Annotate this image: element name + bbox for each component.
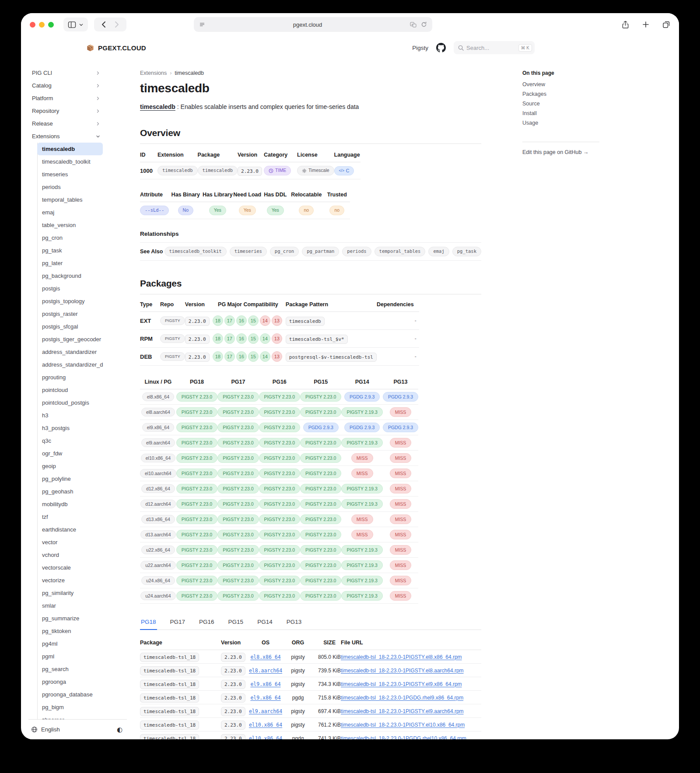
sidebar-item-vectorize[interactable]: vectorize xyxy=(38,574,103,587)
brand-logo-link[interactable]: PGEXT.CLOUD xyxy=(87,44,146,52)
license-badge[interactable]: Timescale xyxy=(297,166,334,175)
sidebar-item-h3-postgis[interactable]: h3_postgis xyxy=(38,422,103,434)
sidebar-item-pg-geohash[interactable]: pg_geohash xyxy=(38,485,103,498)
sidebar-item-pg4ml[interactable]: pg4ml xyxy=(38,637,103,650)
address-bar[interactable]: pgext.cloud A xyxy=(194,17,432,32)
sidebar-item-ogr-fdw[interactable]: ogr_fdw xyxy=(38,447,103,460)
reader-icon[interactable] xyxy=(199,21,205,28)
toc-item-source[interactable]: Source xyxy=(522,99,599,108)
sidebar-item-pg-bigm[interactable]: pg_bigm xyxy=(38,701,103,714)
breadcrumb-extensions[interactable]: Extensions xyxy=(140,70,167,76)
translate-icon[interactable]: A xyxy=(410,22,416,28)
see-also-tag-pg-cron[interactable]: pg_cron xyxy=(270,247,299,256)
file-url-link[interactable]: timescaledb-tsl_18-2.23.0-1PIGSTY.el8.aa… xyxy=(341,668,464,674)
toc-item-install[interactable]: Install xyxy=(522,108,599,118)
sidebar-item-pgml[interactable]: pgml xyxy=(38,650,103,663)
sidebar-item-postgis-sfcgal[interactable]: postgis_sfcgal xyxy=(38,320,103,333)
tab-pg18[interactable]: PG18 xyxy=(140,616,157,630)
tab-pg16[interactable]: PG16 xyxy=(198,616,215,630)
sidebar-item-vchord[interactable]: vchord xyxy=(38,549,103,561)
sidebar-item-geoip[interactable]: geoip xyxy=(38,460,103,472)
sidebar-item-timeseries[interactable]: timeseries xyxy=(38,168,103,181)
file-url-link[interactable]: timescaledb-tsl_18-2.23.0-1PIGSTY.el8.x8… xyxy=(341,654,462,660)
sidebar-item-pg-cron[interactable]: pg_cron xyxy=(38,231,103,244)
sidebar-group-repository[interactable]: Repository xyxy=(28,105,103,117)
sidebar-item-pgroonga[interactable]: pgroonga xyxy=(38,675,103,688)
sidebar-item-timescaledb[interactable]: timescaledb xyxy=(37,143,103,155)
sidebar-item-vectorscale[interactable]: vectorscale xyxy=(38,561,103,574)
sidebar-item-earthdistance[interactable]: earthdistance xyxy=(38,523,103,536)
tab-pg17[interactable]: PG17 xyxy=(169,616,186,630)
sidebar-item-pg-tiktoken[interactable]: pg_tiktoken xyxy=(38,625,103,637)
see-also-tag-pg-partman[interactable]: pg_partman xyxy=(302,247,339,256)
see-also-tag-timescaledb-toolkit[interactable]: timescaledb_toolkit xyxy=(164,247,227,256)
sidebar-item-pointcloud[interactable]: pointcloud xyxy=(38,384,103,396)
sidebar-item-postgis-topology[interactable]: postgis_topology xyxy=(38,295,103,308)
file-os-link[interactable]: el9.x86_64 xyxy=(250,695,280,701)
see-also-tag-temporal-tables[interactable]: temporal_tables xyxy=(374,247,426,256)
sidebar-group-extensions[interactable]: Extensions xyxy=(28,130,103,143)
sidebar-item-mobilitydb[interactable]: mobilitydb xyxy=(38,498,103,511)
see-also-tag-pg-task[interactable]: pg_task xyxy=(452,247,481,256)
new-tab-icon[interactable] xyxy=(642,21,649,28)
sidebar-item-vector[interactable]: vector xyxy=(38,536,103,549)
file-os-link[interactable]: el9.x86_64 xyxy=(250,681,280,687)
sidebar-item-pgrouting[interactable]: pgrouting xyxy=(38,371,103,384)
breadcrumb-current[interactable]: timescaledb xyxy=(175,70,204,76)
sidebar-item-emaj[interactable]: emaj xyxy=(38,206,103,219)
sidebar-group-release[interactable]: Release xyxy=(28,117,103,130)
tab-pg14[interactable]: PG14 xyxy=(256,616,273,630)
file-os-link[interactable]: el8.aarch64 xyxy=(249,668,282,674)
sidebar-group-pig-cli[interactable]: PIG CLI xyxy=(28,66,103,79)
close-window-button[interactable] xyxy=(30,22,35,28)
chevron-down-icon[interactable] xyxy=(79,22,84,27)
toc-item-overview[interactable]: Overview xyxy=(522,80,599,89)
sidebar-item-postgis[interactable]: postgis xyxy=(38,282,103,295)
sidebar-item-timescaledb-toolkit[interactable]: timescaledb_toolkit xyxy=(38,155,103,168)
sidebar-item-pg-similarity[interactable]: pg_similarity xyxy=(38,587,103,599)
zoom-window-button[interactable] xyxy=(48,22,54,28)
file-url-link[interactable]: timescaledb-tsl_18-2.23.0-1PIGSTY.el9.aa… xyxy=(341,708,464,714)
file-os-link[interactable]: el9.aarch64 xyxy=(249,708,282,714)
theme-toggle-icon[interactable]: ◐ xyxy=(117,726,122,734)
minimize-window-button[interactable] xyxy=(39,22,45,28)
sidebar-item-periods[interactable]: periods xyxy=(38,181,103,193)
toc-item-packages[interactable]: Packages xyxy=(522,89,599,99)
file-url-link[interactable]: timescaledb-tsl_18-2.23.0-1PGDG.rhel10.x… xyxy=(341,735,466,739)
sidebar-item-address-standardizer[interactable]: address_standardizer xyxy=(38,346,103,358)
sidebar-item-table-version[interactable]: table_version xyxy=(38,219,103,231)
tab-overview-icon[interactable] xyxy=(662,21,670,28)
share-icon[interactable] xyxy=(622,21,629,29)
sidebar-item-pg-background[interactable]: pg_background xyxy=(38,269,103,282)
sidebar-item-pgroonga-database[interactable]: pgroonga_database xyxy=(38,688,103,701)
forward-button[interactable] xyxy=(112,21,122,28)
sidebar-item-smlar[interactable]: smlar xyxy=(38,599,103,612)
see-also-tag-emaj[interactable]: emaj xyxy=(428,247,449,256)
reload-icon[interactable] xyxy=(421,21,427,28)
tab-pg15[interactable]: PG15 xyxy=(228,616,245,630)
sidebar-group-platform[interactable]: Platform xyxy=(28,92,103,105)
toc-item-usage[interactable]: Usage xyxy=(522,118,599,128)
sidebar-item-pg-summarize[interactable]: pg_summarize xyxy=(38,612,103,625)
sidebar-item-pointcloud-postgis[interactable]: pointcloud_postgis xyxy=(38,396,103,409)
extension-link[interactable]: timescaledb xyxy=(140,103,175,110)
see-also-tag-timeseries[interactable]: timeseries xyxy=(230,247,267,256)
sidebar-item-q3c[interactable]: q3c xyxy=(38,434,103,447)
sidebar-item-postgis-tiger-geocoder[interactable]: postgis_tiger_geocoder xyxy=(38,333,103,346)
sidebar-item-pg-polyline[interactable]: pg_polyline xyxy=(38,472,103,485)
tab-pg13[interactable]: PG13 xyxy=(286,616,303,630)
back-button[interactable] xyxy=(98,21,109,28)
sidebar-item-zhparser[interactable]: zhparser xyxy=(38,714,103,719)
file-os-link[interactable]: el8.x86_64 xyxy=(250,654,280,660)
search-input[interactable]: Search... ⌘ K xyxy=(454,41,535,54)
sidebar-item-postgis-raster[interactable]: postgis_raster xyxy=(38,308,103,320)
file-os-link[interactable]: el10.x86_64 xyxy=(249,722,282,728)
github-icon[interactable] xyxy=(436,43,446,52)
file-url-link[interactable]: timescaledb-tsl_18-2.23.0-1PGDG.rhel9.x8… xyxy=(341,695,463,701)
language-badge[interactable]: </>C xyxy=(334,166,354,176)
category-badge[interactable]: TIME xyxy=(264,166,291,175)
sidebar-item-pg-search[interactable]: pg_search xyxy=(38,663,103,675)
sidebar-item-address-standardizer-data-us[interactable]: address_standardizer_data_us xyxy=(38,358,103,371)
sidebar-item-pg-later[interactable]: pg_later xyxy=(38,257,103,269)
sidebar-item-tzf[interactable]: tzf xyxy=(38,511,103,523)
